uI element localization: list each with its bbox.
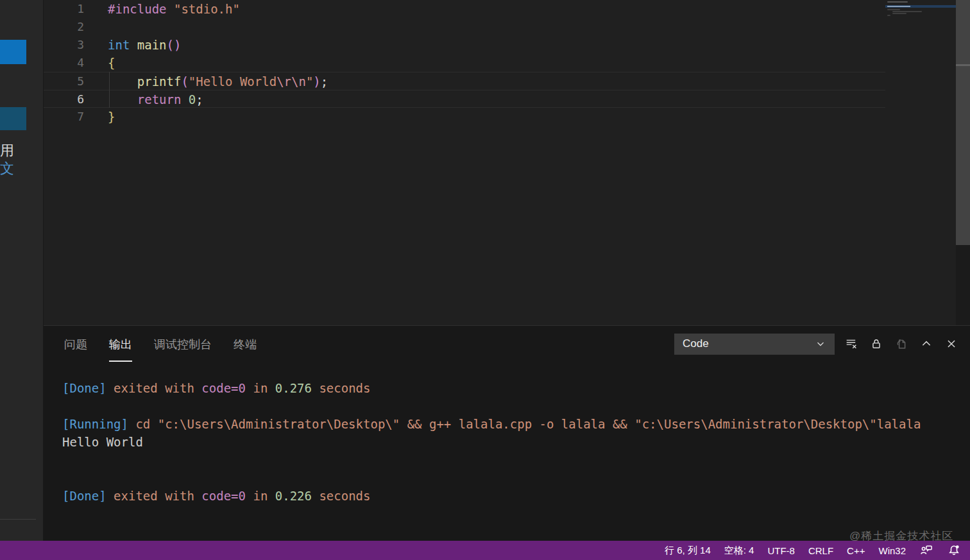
sidebar-blue-button-fragment-2[interactable] <box>0 107 26 130</box>
output-line <box>62 451 921 469</box>
status-language-mode[interactable]: C++ <box>847 545 865 556</box>
status-platform-target[interactable]: Win32 <box>878 545 906 556</box>
status-bar: 行 6, 列 14空格: 4UTF-8CRLFC++Win32 <box>0 541 970 560</box>
feedback-icon[interactable] <box>919 543 933 557</box>
panel-tabs: 问题输出调试控制台终端 <box>64 326 257 362</box>
output-line: [Running] cd "c:\Users\Administrator\Des… <box>62 415 921 433</box>
sidebar-text-fragment: 用 <box>0 142 14 159</box>
status-indentation[interactable]: 空格: 4 <box>724 545 754 557</box>
code-text: return 0; <box>108 90 203 107</box>
sidebar-link-fragment[interactable]: 文 <box>0 160 14 177</box>
line-number: 3 <box>44 36 108 54</box>
minimap-line <box>887 9 900 10</box>
output-channel-value: Code <box>683 337 709 350</box>
lock-icon[interactable] <box>868 335 885 352</box>
line-number: 6 <box>44 90 108 107</box>
output-line: Hello World <box>62 433 921 451</box>
panel-tab-3[interactable]: 调试控制台 <box>154 326 212 362</box>
open-output-in-editor-icon <box>893 335 910 352</box>
panel-tab-1[interactable]: 问题 <box>64 326 87 362</box>
line-number: 5 <box>44 72 108 90</box>
code-text: #include "stdio.h" <box>108 0 240 18</box>
status-eol-sequence[interactable]: CRLF <box>808 545 833 556</box>
status-encoding[interactable]: UTF-8 <box>767 545 795 556</box>
editor-line-4[interactable]: 4{ <box>44 54 885 72</box>
editor-lines: 1#include "stdio.h"23int main()4{5 print… <box>44 0 885 126</box>
code-text: } <box>108 108 115 126</box>
minimap-line <box>887 1 908 3</box>
output-line <box>62 469 921 487</box>
indent-guide <box>109 72 110 108</box>
output-line: [Done] exited with code=0 in 0.276 secon… <box>62 379 921 397</box>
scrollbar-slider[interactable] <box>956 0 970 245</box>
output-line <box>62 397 921 415</box>
maximize-panel-icon[interactable] <box>918 335 935 352</box>
watermark: @稀土掘金技术社区 <box>849 529 953 543</box>
output-content[interactable]: [Done] exited with code=0 in 0.276 secon… <box>44 362 921 505</box>
editor-scrollbar[interactable] <box>956 0 970 325</box>
code-text: { <box>108 54 115 72</box>
minimap-line <box>887 6 910 7</box>
bottom-panel: 问题输出调试控制台终端 Code [Done] exited with code… <box>44 325 970 541</box>
editor-line-3[interactable]: 3int main() <box>44 36 885 54</box>
minimap-line <box>887 15 890 16</box>
sidebar: 用 文 <box>0 0 44 541</box>
minimap-line <box>892 11 922 12</box>
panel-tab-4[interactable]: 终端 <box>234 326 257 362</box>
editor-line-5[interactable]: 5 printf("Hello World\r\n"); <box>44 72 885 90</box>
line-number: 4 <box>44 54 108 72</box>
status-cursor-position[interactable]: 行 6, 列 14 <box>665 545 711 557</box>
code-text: printf("Hello World\r\n"); <box>108 72 328 90</box>
close-panel-icon[interactable] <box>943 335 960 352</box>
chevron-down-icon <box>812 335 829 352</box>
code-editor[interactable]: 1#include "stdio.h"23int main()4{5 print… <box>44 0 970 325</box>
minimap[interactable] <box>885 0 956 28</box>
scrollbar-marker <box>956 64 970 66</box>
line-number: 2 <box>44 18 108 36</box>
bell-icon[interactable] <box>947 543 961 557</box>
sidebar-blue-button-fragment[interactable] <box>0 40 26 64</box>
line-number: 7 <box>44 108 108 126</box>
sidebar-divider <box>0 519 36 520</box>
output-line: [Done] exited with code=0 in 0.226 secon… <box>62 487 921 505</box>
panel-actions: Code <box>674 326 960 362</box>
clear-output-icon[interactable] <box>843 335 860 352</box>
output-channel-dropdown[interactable]: Code <box>674 334 835 355</box>
minimap-line <box>892 13 906 14</box>
panel-tab-2[interactable]: 输出 <box>109 326 132 362</box>
line-number: 1 <box>44 0 108 18</box>
editor-line-7[interactable]: 7} <box>44 108 885 126</box>
editor-line-1[interactable]: 1#include "stdio.h" <box>44 0 885 18</box>
editor-line-6[interactable]: 6 return 0; <box>44 90 885 108</box>
code-text: int main() <box>108 36 181 54</box>
editor-line-2[interactable]: 2 <box>44 18 885 36</box>
